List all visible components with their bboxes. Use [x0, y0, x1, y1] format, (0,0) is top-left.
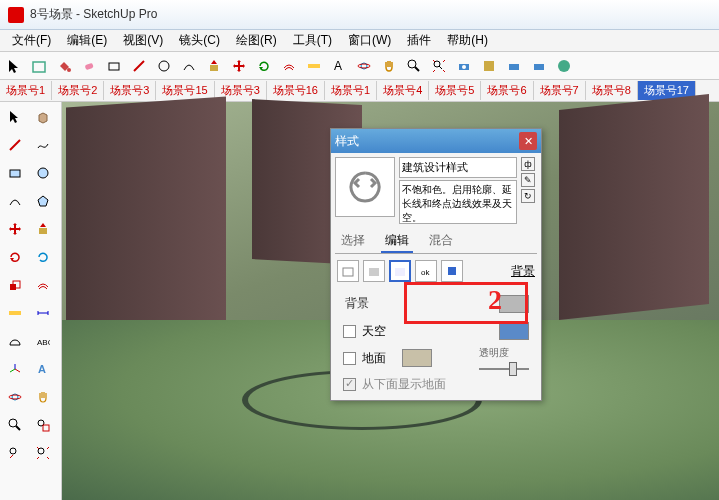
- tab-mix[interactable]: 混合: [425, 230, 457, 253]
- tab-select[interactable]: 选择: [337, 230, 369, 253]
- ground-opacity-slider[interactable]: [479, 368, 529, 370]
- zoom-extents-icon[interactable]: [427, 54, 451, 78]
- zoom-icon[interactable]: [402, 54, 426, 78]
- 3dtext-icon[interactable]: A: [30, 356, 56, 382]
- tape-icon[interactable]: [2, 300, 28, 326]
- background-settings-icon[interactable]: [389, 260, 411, 282]
- tab-scene-1[interactable]: 场景号1: [0, 81, 52, 100]
- edge-settings-icon[interactable]: [337, 260, 359, 282]
- watermark-settings-icon[interactable]: ok: [415, 260, 437, 282]
- line-icon[interactable]: [127, 54, 151, 78]
- offset-tool-icon[interactable]: [30, 272, 56, 298]
- tab-scene-8[interactable]: 场景号4: [377, 81, 429, 100]
- menu-help[interactable]: 帮助(H): [439, 30, 496, 51]
- orbit-icon[interactable]: [352, 54, 376, 78]
- tape-measure-icon[interactable]: [302, 54, 326, 78]
- svg-point-4: [159, 61, 169, 71]
- protractor-icon[interactable]: [2, 328, 28, 354]
- face-settings-icon[interactable]: [363, 260, 385, 282]
- tab-edit[interactable]: 编辑: [381, 230, 413, 253]
- camera-icon[interactable]: [452, 54, 476, 78]
- style-new-icon[interactable]: ✎: [521, 173, 535, 187]
- tab-scene-7[interactable]: 场景号1: [325, 81, 377, 100]
- style-update-icon[interactable]: ф: [521, 157, 535, 171]
- menu-draw[interactable]: 绘图(R): [228, 30, 285, 51]
- axes-icon[interactable]: [2, 356, 28, 382]
- camera-next-icon[interactable]: [527, 54, 551, 78]
- component-icon[interactable]: [477, 54, 501, 78]
- style-name-input[interactable]: 建筑设计样式: [399, 157, 517, 178]
- menu-window[interactable]: 窗口(W): [340, 30, 399, 51]
- move-icon[interactable]: [227, 54, 251, 78]
- prev-view-icon[interactable]: [2, 440, 28, 466]
- make-component-icon[interactable]: [27, 54, 51, 78]
- tab-scene-12[interactable]: 场景号8: [586, 81, 638, 100]
- annotation-number: 2: [488, 284, 502, 316]
- close-icon[interactable]: ✕: [519, 132, 537, 150]
- style-refresh-icon[interactable]: ↻: [521, 189, 535, 203]
- globe-icon[interactable]: [552, 54, 576, 78]
- svg-rect-30: [43, 425, 49, 431]
- rectangle-tool-icon[interactable]: [2, 160, 28, 186]
- offset-icon[interactable]: [277, 54, 301, 78]
- ground-color-swatch[interactable]: [402, 349, 432, 367]
- move-tool-icon[interactable]: [2, 216, 28, 242]
- zoom-fit-icon[interactable]: [30, 440, 56, 466]
- tab-scene-10[interactable]: 场景号6: [481, 81, 533, 100]
- zoom-tool-icon[interactable]: [2, 412, 28, 438]
- sky-color-swatch[interactable]: [499, 322, 529, 340]
- menu-bar: 文件(F) 编辑(E) 视图(V) 镜头(C) 绘图(R) 工具(T) 窗口(W…: [0, 30, 719, 52]
- dialog-titlebar[interactable]: 样式 ✕: [331, 129, 541, 153]
- sky-checkbox[interactable]: [343, 325, 356, 338]
- background-color-swatch[interactable]: [499, 295, 529, 313]
- title-bar: 8号场景 - SketchUp Pro: [0, 0, 719, 30]
- paint-bucket-icon[interactable]: [52, 54, 76, 78]
- style-description[interactable]: 不饱和色。启用轮廓、延长线和终点边线效果及天空。: [399, 180, 517, 224]
- select-icon[interactable]: [2, 104, 28, 130]
- text-tool-icon[interactable]: ABC: [30, 328, 56, 354]
- arc-icon[interactable]: [177, 54, 201, 78]
- text-icon[interactable]: A: [327, 54, 351, 78]
- ground-checkbox[interactable]: [343, 352, 356, 365]
- line-tool-icon[interactable]: [2, 132, 28, 158]
- box-tool-icon[interactable]: [30, 104, 56, 130]
- style-thumbnail[interactable]: [335, 157, 395, 217]
- pushpull-tool-icon[interactable]: [30, 216, 56, 242]
- svg-rect-18: [10, 170, 20, 177]
- eraser-icon[interactable]: [77, 54, 101, 78]
- modeling-settings-icon[interactable]: [441, 260, 463, 282]
- freehand-icon[interactable]: [30, 132, 56, 158]
- tab-scene-2[interactable]: 场景号2: [52, 81, 104, 100]
- dimension-icon[interactable]: [30, 300, 56, 326]
- tab-scene-9[interactable]: 场景号5: [429, 81, 481, 100]
- menu-plugins[interactable]: 插件: [399, 30, 439, 51]
- orbit-tool-icon[interactable]: [2, 384, 28, 410]
- followme-icon[interactable]: [30, 244, 56, 270]
- tab-scene-3[interactable]: 场景号3: [104, 81, 156, 100]
- pan-icon[interactable]: [377, 54, 401, 78]
- background-section-label: 背景: [343, 291, 371, 316]
- rectangle-icon[interactable]: [102, 54, 126, 78]
- rotate-icon[interactable]: [252, 54, 276, 78]
- select-tool-icon[interactable]: [2, 54, 26, 78]
- menu-file[interactable]: 文件(F): [4, 30, 59, 51]
- circle-icon[interactable]: [152, 54, 176, 78]
- polygon-icon[interactable]: [30, 188, 56, 214]
- tab-scene-11[interactable]: 场景号7: [534, 81, 586, 100]
- scale-icon[interactable]: [2, 272, 28, 298]
- menu-camera[interactable]: 镜头(C): [171, 30, 228, 51]
- camera-prev-icon[interactable]: [502, 54, 526, 78]
- arc-tool-icon[interactable]: [2, 188, 28, 214]
- zoom-window-icon[interactable]: [30, 412, 56, 438]
- menu-view[interactable]: 视图(V): [115, 30, 171, 51]
- pan-tool-icon[interactable]: [30, 384, 56, 410]
- pushpull-icon[interactable]: [202, 54, 226, 78]
- circle-tool-icon[interactable]: [30, 160, 56, 186]
- sky-row: 天空: [335, 319, 537, 343]
- svg-point-10: [408, 60, 416, 68]
- rotate-tool-icon[interactable]: [2, 244, 28, 270]
- tab-scene-6[interactable]: 场景号16: [267, 81, 325, 100]
- dialog-title: 样式: [335, 133, 359, 150]
- menu-edit[interactable]: 编辑(E): [59, 30, 115, 51]
- menu-tools[interactable]: 工具(T): [285, 30, 340, 51]
